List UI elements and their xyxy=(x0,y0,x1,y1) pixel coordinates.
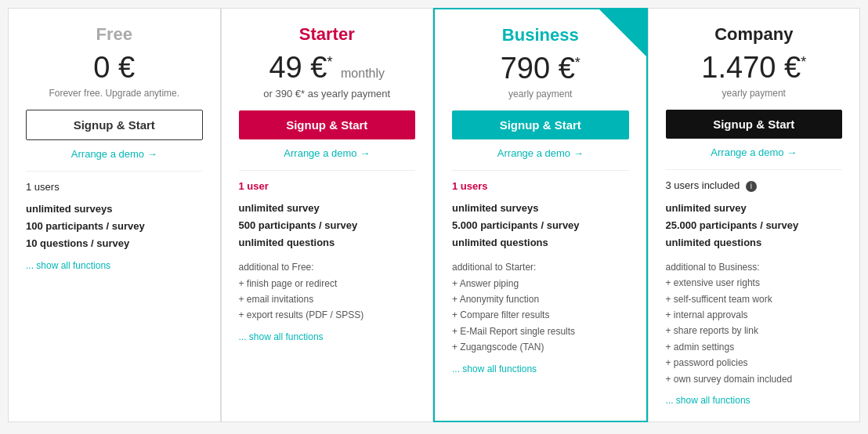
extra-feature-item: + E-Mail Report single results xyxy=(452,324,629,339)
show-all-starter[interactable]: ... show all functions xyxy=(239,331,416,342)
extra-feature-item: + Anonymity function xyxy=(452,291,629,307)
users-label-free: 1 users xyxy=(26,181,203,193)
main-features-starter: unlimited survey500 participants / surve… xyxy=(239,200,416,251)
extra-features-starter: additional to Free:+ finish page or redi… xyxy=(239,259,416,324)
show-all-company[interactable]: ... show all functions xyxy=(666,395,843,406)
corner-triangle xyxy=(599,9,646,56)
feature-item: unlimited survey xyxy=(666,200,843,217)
plan-price-free: 0 € xyxy=(26,51,203,85)
extra-feature-item: + Compare filter results xyxy=(452,307,629,323)
plan-name-starter: Starter xyxy=(239,24,416,45)
main-features-company: unlimited survey25.000 participants / su… xyxy=(666,200,843,251)
feature-item: unlimited survey xyxy=(239,200,416,217)
info-icon-company[interactable]: i xyxy=(746,181,757,192)
feature-item: 5.000 participants / survey xyxy=(452,217,629,234)
plan-name-company: Company xyxy=(666,24,843,45)
feature-item: 10 questions / survey xyxy=(26,235,203,252)
extra-feature-item: + email invitations xyxy=(239,291,416,307)
extra-feature-item: + export results (PDF / SPSS) xyxy=(239,307,416,323)
extra-features-business: additional to Starter:+ Answer piping+ A… xyxy=(452,259,629,355)
users-label-business: 1 users xyxy=(452,180,629,192)
extra-feature-item: + admin settings xyxy=(666,339,843,355)
feature-item: 25.000 participants / survey xyxy=(666,217,843,234)
plan-card-company: Company1.470 €*yearly paymentSignup & St… xyxy=(648,8,861,422)
plan-tagline-company: yearly payment xyxy=(666,88,843,99)
divider-free xyxy=(26,171,203,172)
plan-card-free: Free0 €Forever free. Upgrade anytime.Sig… xyxy=(8,8,221,422)
arrange-demo-free[interactable]: Arrange a demo → xyxy=(26,148,203,160)
feature-item: unlimited surveys xyxy=(26,201,203,218)
plan-card-business: Business790 €*yearly paymentSignup & Sta… xyxy=(433,8,648,422)
signup-button-starter[interactable]: Signup & Start xyxy=(239,110,416,139)
extra-feature-item: + share reports by link xyxy=(666,323,843,338)
signup-button-free[interactable]: Signup & Start xyxy=(26,110,203,140)
show-all-free[interactable]: ... show all functions xyxy=(26,260,203,271)
yearly-note-starter: or 390 €* as yearly payment xyxy=(239,88,416,99)
extra-feature-item: + finish page or redirect xyxy=(239,276,416,291)
monthly-label: monthly xyxy=(341,67,385,80)
plan-card-starter: Starter 49 €* monthly or 390 €* as yearl… xyxy=(221,8,434,422)
extra-feature-item: + extensive user rights xyxy=(666,275,843,291)
users-label-company: 3 users included i xyxy=(666,179,843,192)
divider-starter xyxy=(239,170,416,171)
signup-button-business[interactable]: Signup & Start xyxy=(452,110,629,139)
extra-feature-item: + own survey domain included xyxy=(666,371,843,387)
feature-item: 500 participants / survey xyxy=(239,217,416,234)
pricing-container: Free0 €Forever free. Upgrade anytime.Sig… xyxy=(8,8,860,422)
plan-price-starter: 49 €* monthly xyxy=(239,51,416,85)
show-all-business[interactable]: ... show all functions xyxy=(452,363,629,374)
plan-tagline-free: Forever free. Upgrade anytime. xyxy=(26,88,203,99)
extra-title: additional to Business: xyxy=(666,259,843,275)
feature-item: unlimited questions xyxy=(452,234,629,251)
extra-feature-item: + self-sufficent team work xyxy=(666,291,843,307)
divider-business xyxy=(452,170,629,171)
divider-company xyxy=(666,169,843,170)
signup-button-company[interactable]: Signup & Start xyxy=(666,110,843,139)
feature-item: unlimited surveys xyxy=(452,200,629,217)
feature-item: 100 participants / survey xyxy=(26,218,203,235)
extra-feature-item: + password policies xyxy=(666,355,843,371)
extra-feature-item: + Zugangscode (TAN) xyxy=(452,339,629,355)
extra-title: additional to Starter: xyxy=(452,259,629,275)
users-label-starter: 1 user xyxy=(239,180,416,192)
plan-name-free: Free xyxy=(26,24,203,45)
plan-price-company: 1.470 €* xyxy=(666,51,843,85)
main-features-business: unlimited surveys5.000 participants / su… xyxy=(452,200,629,251)
plan-price-business: 790 €* xyxy=(452,52,629,85)
extra-features-company: additional to Business:+ extensive user … xyxy=(666,259,843,387)
arrange-demo-company[interactable]: Arrange a demo → xyxy=(666,146,843,158)
extra-feature-item: + internal approvals xyxy=(666,307,843,323)
plan-tagline-business: yearly payment xyxy=(452,89,629,99)
arrange-demo-business[interactable]: Arrange a demo → xyxy=(452,147,629,159)
feature-item: unlimited questions xyxy=(666,234,843,251)
arrange-demo-starter[interactable]: Arrange a demo → xyxy=(239,147,416,159)
feature-item: unlimited questions xyxy=(239,234,416,251)
main-features-free: unlimited surveys100 participants / surv… xyxy=(26,201,203,252)
extra-title: additional to Free: xyxy=(239,259,416,275)
extra-feature-item: + Answer piping xyxy=(452,276,629,291)
